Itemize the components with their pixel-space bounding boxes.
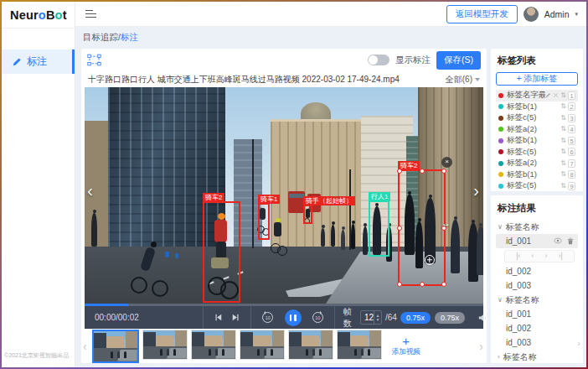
resize-handle[interactable] (441, 169, 446, 174)
video-thumbnail[interactable] (191, 330, 236, 360)
result-id: id_003 (506, 338, 531, 347)
breadcrumb-current: 标注 (121, 32, 138, 42)
bbox-tool-icon[interactable] (87, 54, 101, 66)
result-group-header[interactable]: ›标签名称 (496, 350, 578, 363)
prev-frame-chevron[interactable]: ‹ (87, 181, 93, 199)
sort-icon[interactable]: ⇅ (560, 126, 566, 133)
avatar[interactable] (524, 7, 539, 22)
tag-color-dot (498, 116, 503, 121)
sidebar-item-annotate[interactable]: 标注 (2, 49, 75, 74)
thumbs-prev-chevron[interactable]: ‹ (83, 340, 87, 352)
bounding-box[interactable]: 骑车2×↔ (398, 169, 446, 286)
bounding-box[interactable]: 骑车2 (203, 201, 240, 303)
resize-handle[interactable] (397, 282, 402, 287)
result-item[interactable]: id_001 (496, 307, 578, 321)
tag-row[interactable]: 标签c(5) ⇅3 (496, 112, 578, 124)
resize-handle[interactable] (397, 169, 402, 174)
breadcrumb: 目标追踪/标注 (75, 27, 586, 45)
video-thumbnail[interactable] (142, 330, 188, 360)
resize-handle[interactable] (441, 282, 446, 287)
sort-icon[interactable]: ⇅ (560, 148, 566, 155)
tag-label: 标签c(5) (507, 180, 560, 191)
tag-row[interactable]: 标签b(1) ⇅5 (496, 135, 578, 147)
rewind-10-icon[interactable]: 10 (262, 312, 273, 323)
skip-next-icon[interactable] (232, 314, 240, 321)
result-item[interactable]: id_001 (496, 234, 578, 248)
tag-order-badge: 5 (568, 137, 575, 145)
edit-icon[interactable] (545, 92, 551, 98)
app-logo: NeuroBot (2, 2, 75, 29)
tag-row[interactable]: 标签c(5) ⇅6 (496, 147, 578, 159)
resize-handle[interactable] (420, 169, 425, 174)
volume-icon[interactable] (478, 314, 487, 322)
filter-dropdown[interactable]: 全部(6) (446, 74, 480, 86)
bounding-box[interactable]: 骑手（起始帧） (303, 205, 312, 224)
tag-row[interactable]: 标签b(1) ⇅8 (496, 169, 578, 181)
tag-color-dot (498, 161, 503, 166)
show-annotation-toggle[interactable] (368, 55, 389, 65)
result-group-header[interactable]: ∨标签名称 (496, 293, 578, 307)
tag-label: 标签a(2) (507, 124, 560, 135)
tag-row[interactable]: 标签b(1) ⇅2 (496, 101, 578, 113)
delete-icon[interactable] (567, 237, 574, 245)
back-to-model-dev-button[interactable]: 返回模型开发 (446, 5, 518, 23)
delete-tag-icon[interactable] (553, 92, 559, 98)
result-item[interactable]: id_003 (496, 335, 578, 350)
video-thumbnail[interactable] (337, 330, 382, 360)
next-frame-chevron[interactable]: › (473, 181, 479, 199)
result-item[interactable]: id_003 (496, 278, 578, 293)
bbox-label: 行人1 (369, 192, 390, 201)
add-video-button[interactable]: +添加视频 (385, 330, 427, 363)
collapse-menu-icon[interactable] (85, 10, 96, 18)
visibility-icon[interactable] (554, 237, 562, 245)
sort-icon[interactable]: ⇅ (560, 115, 566, 122)
move-crosshair-icon[interactable] (425, 255, 435, 265)
thumbs-next-chevron[interactable]: › (479, 340, 483, 352)
pause-button[interactable] (285, 309, 302, 326)
sort-icon[interactable]: ⇅ (560, 171, 566, 178)
sort-icon[interactable]: ⇅ (560, 92, 566, 99)
stepper-arrows-icon[interactable]: ▲▼ (374, 311, 381, 324)
tag-row[interactable]: 标签名字最长数... ⇅1 (496, 90, 578, 101)
horizontal-resize-icon[interactable]: ↔ (441, 219, 451, 228)
video-thumbnail[interactable] (240, 330, 285, 360)
forward-10-icon[interactable]: 10 (312, 312, 323, 323)
bbox-label: 骑手（起始帧） (303, 196, 355, 205)
next-frame-icon[interactable]: › (545, 252, 548, 260)
first-frame-icon[interactable]: |‹ (516, 252, 520, 260)
tag-row[interactable]: 标签a(2) ⇅7 (496, 158, 578, 169)
save-button[interactable]: 保存(S) (436, 51, 481, 70)
last-frame-icon[interactable]: ›| (559, 252, 563, 260)
frame-number-input[interactable]: 12▲▼ (360, 310, 382, 325)
annotation-results-panel: 标注结果 ∨标签名称id_001|‹‹››|id_002id_003∨标签名称i… (491, 195, 583, 363)
close-bbox-icon[interactable]: × (441, 157, 452, 168)
breadcrumb-parent[interactable]: 目标追踪 (83, 32, 118, 42)
sort-icon[interactable]: ⇅ (560, 160, 566, 167)
username[interactable]: Admin (544, 9, 570, 19)
add-tag-button[interactable]: + 添加标签 (496, 72, 578, 86)
speed-pill-active[interactable]: 0.75x (400, 312, 431, 324)
video-thumbnail[interactable] (92, 330, 139, 363)
tag-row[interactable]: 标签a(2) ⇅4 (496, 124, 578, 136)
result-item[interactable]: id_002 (496, 264, 578, 278)
sort-icon[interactable]: ⇅ (560, 103, 566, 110)
result-item[interactable]: id_002 (496, 321, 578, 335)
video-thumbnail[interactable] (288, 330, 333, 360)
video-canvas[interactable]: 骑车2骑车1骑手（起始帧）行人1骑车2×↔ ‹ › (85, 87, 483, 304)
speed-pill[interactable]: 0.75x (435, 312, 465, 324)
scene-pedestrian (363, 226, 368, 255)
tag-order-badge: 9 (568, 182, 575, 190)
bounding-box[interactable]: 骑车1 (258, 203, 270, 240)
tag-row[interactable]: 标签c(5) ⇅9 (496, 180, 578, 191)
resize-handle[interactable] (397, 226, 402, 231)
prev-frame-icon[interactable]: ‹ (532, 252, 534, 260)
results-scroll-chevron[interactable]: › (577, 338, 580, 348)
result-group-header[interactable]: ∨标签名称 (496, 220, 578, 234)
sort-icon[interactable]: ⇅ (560, 183, 566, 190)
seek-bar[interactable] (85, 304, 483, 306)
skip-prev-icon[interactable] (214, 314, 222, 321)
resize-handle[interactable] (420, 282, 425, 287)
sort-icon[interactable]: ⇅ (560, 138, 566, 144)
logo-text: t (63, 8, 67, 22)
bounding-box[interactable]: 行人1 (369, 200, 389, 257)
